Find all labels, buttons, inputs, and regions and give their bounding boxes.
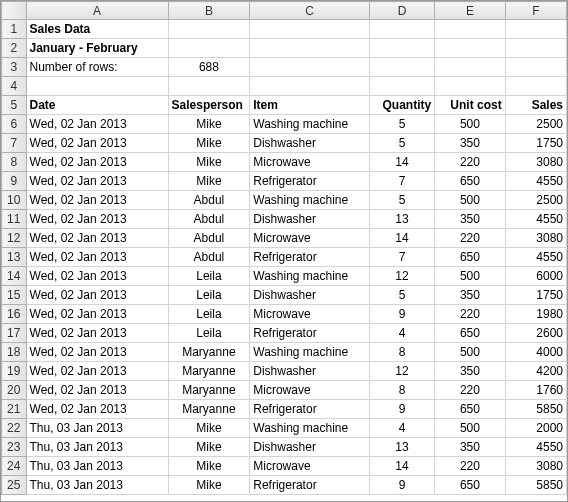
cell-date[interactable]: Wed, 02 Jan 2013: [26, 229, 168, 248]
cell-salesperson[interactable]: Maryanne: [168, 400, 250, 419]
cell-date[interactable]: Thu, 03 Jan 2013: [26, 457, 168, 476]
cell-date[interactable]: Wed, 02 Jan 2013: [26, 153, 168, 172]
row-header[interactable]: 25: [2, 476, 27, 495]
row-header[interactable]: 17: [2, 324, 27, 343]
cell-sales[interactable]: 2000: [505, 419, 566, 438]
cell[interactable]: [505, 77, 566, 96]
cell-item[interactable]: Refrigerator: [250, 476, 370, 495]
cell-item[interactable]: Washing machine: [250, 343, 370, 362]
cell-date[interactable]: Wed, 02 Jan 2013: [26, 381, 168, 400]
cell[interactable]: [435, 39, 505, 58]
hdr-unitcost[interactable]: Unit cost: [435, 96, 505, 115]
cell-item[interactable]: Dishwasher: [250, 286, 370, 305]
cell-quantity[interactable]: 8: [369, 343, 434, 362]
cell[interactable]: [435, 58, 505, 77]
cell-item[interactable]: Refrigerator: [250, 400, 370, 419]
cell[interactable]: [505, 20, 566, 39]
cell-quantity[interactable]: 13: [369, 210, 434, 229]
cell-salesperson[interactable]: Mike: [168, 438, 250, 457]
cell-quantity[interactable]: 7: [369, 248, 434, 267]
cell-quantity[interactable]: 5: [369, 286, 434, 305]
hdr-sales[interactable]: Sales: [505, 96, 566, 115]
col-header-C[interactable]: C: [250, 2, 370, 20]
row-header[interactable]: 6: [2, 115, 27, 134]
cell-quantity[interactable]: 8: [369, 381, 434, 400]
cell[interactable]: [26, 77, 168, 96]
row-header[interactable]: 16: [2, 305, 27, 324]
cell-quantity[interactable]: 12: [369, 362, 434, 381]
row-header[interactable]: 20: [2, 381, 27, 400]
cell-title[interactable]: Sales Data: [26, 20, 168, 39]
cell-sales[interactable]: 1760: [505, 381, 566, 400]
cell-salesperson[interactable]: Abdul: [168, 210, 250, 229]
row-header[interactable]: 14: [2, 267, 27, 286]
cell-sales[interactable]: 3080: [505, 153, 566, 172]
cell-quantity[interactable]: 14: [369, 153, 434, 172]
cell-quantity[interactable]: 9: [369, 476, 434, 495]
cell-unitcost[interactable]: 500: [435, 191, 505, 210]
row-header[interactable]: 11: [2, 210, 27, 229]
cell[interactable]: [250, 20, 370, 39]
row-header[interactable]: 9: [2, 172, 27, 191]
cell-unitcost[interactable]: 350: [435, 286, 505, 305]
cell-date[interactable]: Thu, 03 Jan 2013: [26, 438, 168, 457]
row-header[interactable]: 1: [2, 20, 27, 39]
cell[interactable]: [250, 58, 370, 77]
cell-salesperson[interactable]: Abdul: [168, 248, 250, 267]
row-header[interactable]: 21: [2, 400, 27, 419]
cell[interactable]: [168, 39, 250, 58]
col-header-B[interactable]: B: [168, 2, 250, 20]
cell[interactable]: [168, 20, 250, 39]
cell-date[interactable]: Wed, 02 Jan 2013: [26, 286, 168, 305]
cell-sales[interactable]: 2500: [505, 191, 566, 210]
row-header[interactable]: 24: [2, 457, 27, 476]
cell-unitcost[interactable]: 220: [435, 229, 505, 248]
cell[interactable]: [435, 20, 505, 39]
hdr-date[interactable]: Date: [26, 96, 168, 115]
cell-unitcost[interactable]: 650: [435, 400, 505, 419]
cell-salesperson[interactable]: Maryanne: [168, 362, 250, 381]
cell-salesperson[interactable]: Maryanne: [168, 343, 250, 362]
cell-date[interactable]: Wed, 02 Jan 2013: [26, 172, 168, 191]
cell-item[interactable]: Refrigerator: [250, 324, 370, 343]
cell-unitcost[interactable]: 220: [435, 381, 505, 400]
cell-sales[interactable]: 5850: [505, 476, 566, 495]
cell[interactable]: [250, 39, 370, 58]
row-header[interactable]: 15: [2, 286, 27, 305]
cell-salesperson[interactable]: Abdul: [168, 229, 250, 248]
cell-sales[interactable]: 2600: [505, 324, 566, 343]
cell-numrows-label[interactable]: Number of rows:: [26, 58, 168, 77]
cell-sales[interactable]: 4550: [505, 438, 566, 457]
hdr-quantity[interactable]: Quantity: [369, 96, 434, 115]
cell-item[interactable]: Microwave: [250, 229, 370, 248]
cell-salesperson[interactable]: Leila: [168, 324, 250, 343]
row-header[interactable]: 3: [2, 58, 27, 77]
cell-item[interactable]: Microwave: [250, 305, 370, 324]
cell-sales[interactable]: 3080: [505, 229, 566, 248]
cell-quantity[interactable]: 5: [369, 115, 434, 134]
cell-item[interactable]: Dishwasher: [250, 438, 370, 457]
cell-sales[interactable]: 1980: [505, 305, 566, 324]
cell-salesperson[interactable]: Leila: [168, 305, 250, 324]
spreadsheet-grid[interactable]: A B C D E F 1 Sales Data 2 January - Feb…: [1, 1, 567, 495]
row-header[interactable]: 12: [2, 229, 27, 248]
cell[interactable]: [168, 77, 250, 96]
row-header[interactable]: 13: [2, 248, 27, 267]
cell-item[interactable]: Microwave: [250, 381, 370, 400]
cell[interactable]: [505, 58, 566, 77]
cell[interactable]: [505, 39, 566, 58]
cell-unitcost[interactable]: 350: [435, 134, 505, 153]
cell[interactable]: [369, 20, 434, 39]
cell[interactable]: [369, 58, 434, 77]
cell-item[interactable]: Washing machine: [250, 191, 370, 210]
cell-date[interactable]: Wed, 02 Jan 2013: [26, 305, 168, 324]
cell-item[interactable]: Dishwasher: [250, 362, 370, 381]
col-header-A[interactable]: A: [26, 2, 168, 20]
cell-sales[interactable]: 6000: [505, 267, 566, 286]
cell-quantity[interactable]: 4: [369, 419, 434, 438]
hdr-salesperson[interactable]: Salesperson: [168, 96, 250, 115]
cell-salesperson[interactable]: Mike: [168, 419, 250, 438]
cell-unitcost[interactable]: 650: [435, 248, 505, 267]
cell-sales[interactable]: 1750: [505, 286, 566, 305]
cell-date[interactable]: Thu, 03 Jan 2013: [26, 476, 168, 495]
